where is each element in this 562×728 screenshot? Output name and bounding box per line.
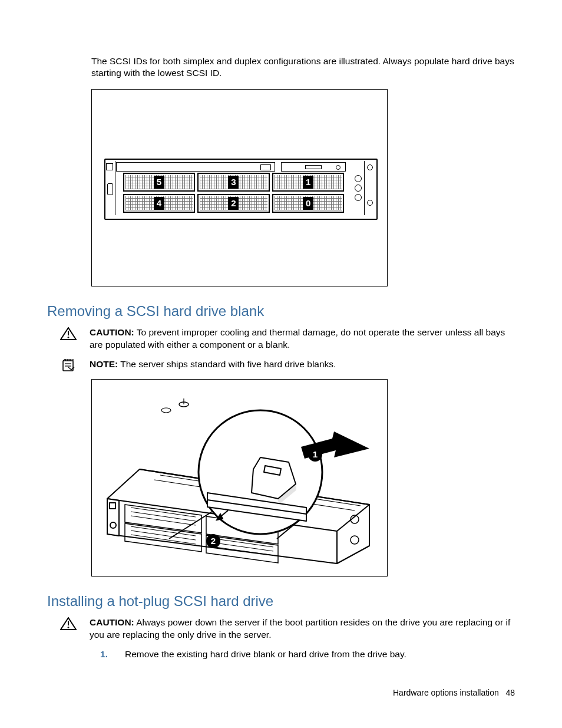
- svg-point-53: [68, 627, 70, 628]
- install-steps: Remove the existing hard drive blank or …: [100, 648, 515, 661]
- bay-number: 1: [303, 176, 313, 189]
- caution-label: CAUTION:: [90, 327, 134, 337]
- svg-text:2: 2: [210, 536, 215, 546]
- note-callout: NOTE: The server ships standard with fiv…: [60, 358, 515, 372]
- caution-label: CAUTION:: [90, 617, 134, 627]
- svg-text:1: 1: [312, 449, 317, 459]
- heading-removing-blank: Removing a SCSI hard drive blank: [47, 303, 515, 319]
- caution-text: Always power down the server if the boot…: [90, 617, 510, 640]
- note-label: NOTE:: [90, 359, 118, 369]
- caution-text: To prevent improper cooling and thermal …: [90, 327, 505, 350]
- caution-icon: [60, 327, 77, 340]
- intro-paragraph: The SCSI IDs for both simplex and duplex…: [91, 55, 515, 80]
- caution-icon: [60, 617, 77, 630]
- svg-point-5: [67, 360, 68, 361]
- footer-page-number: 48: [505, 688, 515, 697]
- heading-installing-drive: Installing a hot-plug SCSI hard drive: [47, 593, 515, 610]
- caution-callout: CAUTION: Always power down the server if…: [60, 617, 515, 641]
- footer-section: Hardware options installation: [393, 688, 499, 697]
- bay-number: 4: [154, 197, 164, 210]
- bay-number: 2: [228, 197, 239, 210]
- bay-number: 0: [303, 197, 313, 210]
- bay-number: 3: [228, 176, 239, 189]
- page-footer: Hardware options installation 48: [393, 688, 515, 697]
- caution-callout: CAUTION: To prevent improper cooling and…: [60, 327, 515, 351]
- note-text: The server ships standard with five hard…: [118, 359, 336, 369]
- step-item: Remove the existing hard drive blank or …: [100, 648, 515, 661]
- svg-point-33: [161, 408, 171, 413]
- svg-point-4: [65, 360, 66, 361]
- bay-number: 5: [154, 176, 164, 189]
- note-icon: [60, 359, 77, 372]
- figure-remove-blank: 1 2: [91, 379, 388, 577]
- svg-point-2: [68, 337, 70, 338]
- figure-scsi-id-layout: 5 3 1 4 2 0: [91, 89, 388, 286]
- svg-point-6: [70, 360, 71, 361]
